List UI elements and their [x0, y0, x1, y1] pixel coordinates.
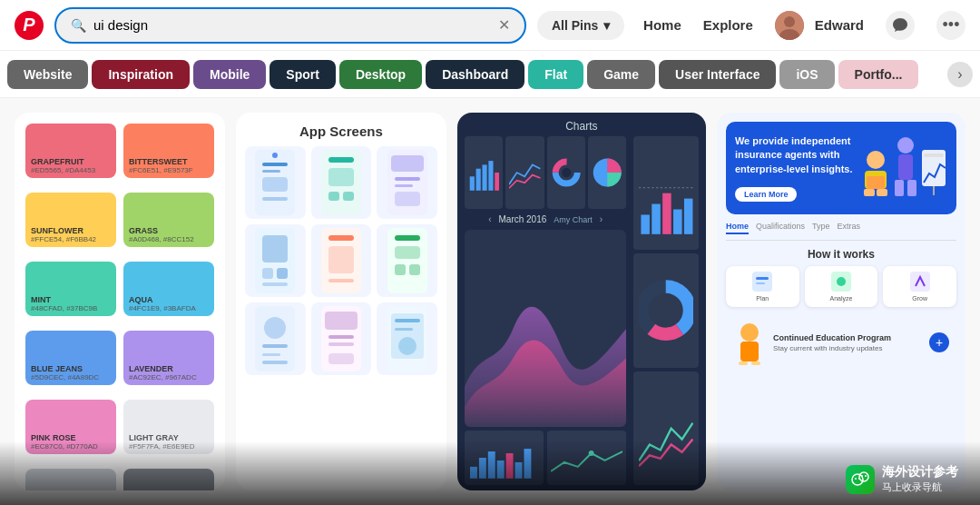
swatch-blue-jeans: BLUE JEANS #5D9CEC, #4A89DC: [25, 331, 116, 385]
svg-rect-31: [395, 264, 406, 275]
sidebar-chart-3: [633, 371, 698, 485]
svg-point-64: [589, 451, 594, 456]
pin-card-charts[interactable]: Charts: [457, 113, 706, 490]
swatch-grapefruit: GRAPEFRUIT #ED5565, #DA4453: [25, 124, 116, 178]
svg-rect-87: [756, 277, 769, 280]
category-game-label: Game: [603, 67, 639, 82]
mini-chart-line: [505, 136, 544, 209]
category-bar: Website Inspiration Mobile Sport Desktop…: [0, 51, 980, 98]
tab-active[interactable]: Home: [726, 222, 749, 234]
next-month-button[interactable]: ›: [600, 214, 603, 224]
category-inspiration[interactable]: Inspiration: [92, 60, 190, 89]
chart-main-area: ‹ March 2016 Amy Chart ›: [465, 136, 627, 485]
svg-rect-62: [514, 462, 522, 479]
charts-layout: ‹ March 2016 Amy Chart ›: [465, 136, 699, 485]
chart-date: March 2016: [498, 214, 546, 224]
svg-rect-60: [497, 460, 505, 479]
blue-cta-button[interactable]: Learn More: [735, 187, 798, 202]
category-flat-label: Flat: [544, 67, 567, 82]
svg-rect-45: [395, 319, 420, 322]
svg-rect-35: [262, 344, 288, 348]
search-clear-button[interactable]: ✕: [498, 16, 510, 34]
tab-inactive-1[interactable]: Qualifications: [756, 222, 805, 234]
svg-rect-25: [328, 235, 354, 241]
all-pins-filter-button[interactable]: All Pins ▾: [537, 11, 624, 40]
prev-month-button[interactable]: ‹: [488, 214, 491, 224]
blue-card-inner: We provide independent insurance agents …: [717, 113, 965, 490]
category-mobile[interactable]: Mobile: [193, 60, 266, 89]
svg-rect-17: [395, 184, 413, 187]
feature-label-3: Grow: [912, 295, 927, 302]
top-chart-row: [465, 136, 627, 209]
more-options-button[interactable]: •••: [936, 11, 965, 40]
tab-inactive-3[interactable]: Extras: [837, 222, 860, 234]
category-dashboard[interactable]: Dashboard: [426, 60, 524, 89]
app-screen-7: [245, 302, 306, 375]
svg-rect-52: [495, 173, 499, 191]
svg-point-47: [398, 337, 416, 355]
nav-home-link[interactable]: Home: [643, 17, 681, 33]
category-website[interactable]: Website: [7, 60, 88, 89]
chevron-right-icon: ›: [957, 66, 962, 83]
category-portfolio-label: Portfo...: [855, 67, 903, 82]
svg-rect-12: [328, 192, 339, 201]
pin-card-color-palette[interactable]: GRAPEFRUIT #ED5565, #DA4453 BITTERSWEET …: [15, 113, 225, 490]
svg-rect-80: [898, 154, 913, 180]
nav-user-section: Edward: [775, 11, 864, 40]
avatar[interactable]: [775, 11, 804, 40]
swatch-row-3: MINT #48CFAD, #37BC9B AQUA #4FC1E9, #3BA…: [25, 262, 214, 316]
charts-title: Charts: [465, 120, 699, 133]
blue-hero-title: We provide independent insurance agents …: [735, 134, 853, 176]
feature-icon-2: [831, 272, 851, 292]
chart-sidebar: [633, 136, 698, 485]
bottom-chart-2: [547, 431, 626, 485]
app-screen-9: [377, 302, 437, 375]
svg-rect-37: [262, 361, 288, 364]
color-swatches: GRAPEFRUIT #ED5565, #DA4453 BITTERSWEET …: [15, 113, 225, 490]
svg-point-8: [272, 153, 278, 158]
tab-inactive-2[interactable]: Type: [812, 222, 830, 234]
chart-author: Amy Chart: [554, 215, 593, 224]
category-game[interactable]: Game: [587, 60, 655, 89]
header: P 🔍 ✕ All Pins ▾ Home Explore Edward •••: [0, 0, 980, 51]
category-scroll-right-button[interactable]: ›: [947, 62, 973, 87]
pin-card-website[interactable]: We provide independent insurance agents …: [717, 113, 965, 490]
category-user-interface[interactable]: User Interface: [659, 60, 776, 89]
svg-point-79: [897, 137, 914, 153]
svg-rect-57: [470, 467, 477, 479]
svg-rect-93: [740, 342, 759, 361]
chat-button[interactable]: [886, 11, 915, 40]
feature-card-1: Plan: [726, 266, 799, 307]
category-portfolio[interactable]: Portfo...: [838, 60, 919, 89]
svg-rect-49: [475, 169, 480, 191]
pinterest-logo[interactable]: P: [15, 11, 44, 40]
feature-row: Plan Analyze Grow: [726, 266, 956, 307]
svg-rect-63: [524, 449, 531, 479]
svg-rect-23: [262, 282, 288, 286]
mini-chart-bar: [465, 136, 503, 209]
nav-explore-link[interactable]: Explore: [703, 17, 753, 33]
search-input[interactable]: [93, 17, 491, 33]
swatch-row-6: MEDIUM GRAY #CCD1D9, #AAB2BD DARK GRAY #…: [25, 469, 214, 490]
app-screen-8: [311, 302, 372, 375]
category-sport[interactable]: Sport: [270, 60, 336, 89]
svg-rect-59: [488, 451, 495, 479]
svg-rect-15: [391, 155, 424, 172]
svg-rect-4: [262, 163, 288, 166]
blue-section-title: How it works: [726, 248, 956, 261]
feature-label-2: Analyze: [830, 295, 853, 302]
swatch-dark-gray: DARK GRAY #656D78, #434A54: [123, 469, 214, 490]
svg-rect-82: [907, 180, 916, 196]
swatch-medium-gray: MEDIUM GRAY #CCD1D9, #AAB2BD: [25, 469, 116, 490]
category-ios[interactable]: iOS: [779, 60, 834, 89]
pin-card-app-screens[interactable]: App Screens: [236, 113, 446, 490]
category-desktop[interactable]: Desktop: [339, 60, 422, 89]
svg-rect-88: [756, 282, 765, 284]
feature-icon-1: [752, 272, 772, 292]
svg-rect-95: [751, 361, 760, 365]
svg-rect-10: [328, 157, 354, 163]
blue-hero-text-area: We provide independent insurance agents …: [735, 134, 853, 202]
category-flat[interactable]: Flat: [528, 60, 583, 89]
education-add-button[interactable]: +: [929, 332, 949, 352]
svg-rect-7: [262, 197, 288, 201]
